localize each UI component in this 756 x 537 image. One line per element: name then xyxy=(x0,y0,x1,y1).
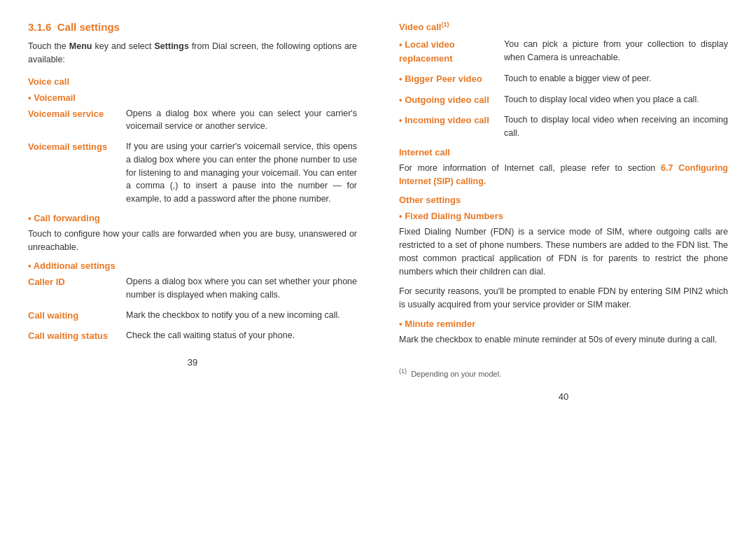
footnote: (1) Depending on your model. xyxy=(399,368,728,378)
voicemail-service-term: Voicemail service xyxy=(28,107,126,134)
footnote-superscript: (1) xyxy=(399,368,407,375)
fixed-dialing-bullet: Fixed Dialing Numbers xyxy=(399,211,728,221)
intro-text: Touch the Menu key and select Settings f… xyxy=(28,40,357,67)
voicemail-settings-desc: If you are using your carrier's voicemai… xyxy=(126,140,357,206)
section-title: 3.1.6 Call settings xyxy=(28,21,357,33)
fixed-dialing-text1: Fixed Dialing Number (FDN) is a service … xyxy=(399,225,728,278)
bigger-peer-desc: Touch to enable a bigger view of peer. xyxy=(504,72,728,86)
voicemail-settings-term: Voicemail settings xyxy=(28,140,126,206)
local-video-desc: You can pick a picture from your collect… xyxy=(504,38,728,65)
video-call-superscript: (1) xyxy=(441,21,449,28)
fixed-dialing-text2: For security reasons, you'll be prompted… xyxy=(399,285,728,312)
caller-id-row: Caller ID Opens a dialog box where you c… xyxy=(28,275,357,302)
incoming-video-term: • Incoming video call xyxy=(399,113,504,140)
call-waiting-status-term: Call waiting status xyxy=(28,329,126,343)
footnote-text: Depending on your model. xyxy=(411,369,501,377)
other-settings-heading: Other settings xyxy=(399,195,728,205)
additional-settings-bullet: Additional settings xyxy=(28,260,357,271)
right-page-number: 40 xyxy=(399,391,728,402)
minute-reminder-text: Mark the checkbox to enable minute remin… xyxy=(399,333,728,347)
call-waiting-status-row: Call waiting status Check the call waiti… xyxy=(28,329,357,343)
incoming-video-row: • Incoming video call Touch to display l… xyxy=(399,113,728,140)
call-waiting-row: Call waiting Mark the checkbox to notify… xyxy=(28,309,357,323)
voicemail-bullet: Voicemail xyxy=(28,92,357,103)
outgoing-video-desc: Touch to display local video when you pl… xyxy=(504,93,728,107)
left-page: 3.1.6 Call settings Touch the Menu key a… xyxy=(14,21,378,523)
outgoing-video-row: • Outgoing video call Touch to display l… xyxy=(399,93,728,107)
voicemail-service-row: Voicemail service Opens a dialog box whe… xyxy=(28,107,357,134)
local-video-term: • Local video replacement xyxy=(399,38,504,65)
right-page: Video call(1) • Local video replacement … xyxy=(378,21,742,523)
internet-call-heading: Internet call xyxy=(399,147,728,158)
call-forwarding-bullet: Call forwarding xyxy=(28,213,357,223)
video-call-heading: Video call(1) xyxy=(399,21,728,32)
minute-reminder-bullet: Minute reminder xyxy=(399,319,728,329)
bigger-peer-row: • Bigger Peer video Touch to enable a bi… xyxy=(399,72,728,86)
local-video-row: • Local video replacement You can pick a… xyxy=(399,38,728,65)
outgoing-video-term: • Outgoing video call xyxy=(399,93,504,107)
caller-id-desc: Opens a dialog box where you can set whe… xyxy=(126,275,357,302)
caller-id-term: Caller ID xyxy=(28,275,126,302)
left-page-number: 39 xyxy=(28,357,357,368)
incoming-video-desc: Touch to display local video when receiv… xyxy=(504,113,728,140)
call-waiting-term: Call waiting xyxy=(28,309,126,323)
voicemail-settings-row: Voicemail settings If you are using your… xyxy=(28,140,357,206)
voicemail-service-desc: Opens a dialog box where you can select … xyxy=(126,107,357,134)
call-forwarding-text: Touch to configure how your calls are fo… xyxy=(28,228,357,254)
call-waiting-desc: Mark the checkbox to notify you of a new… xyxy=(126,309,357,323)
internet-call-text: For more information of Internet call, p… xyxy=(399,162,728,188)
voice-call-heading: Voice call xyxy=(28,76,357,87)
call-waiting-status-desc: Check the call waiting status of your ph… xyxy=(126,329,357,343)
bigger-peer-term: • Bigger Peer video xyxy=(399,72,504,86)
